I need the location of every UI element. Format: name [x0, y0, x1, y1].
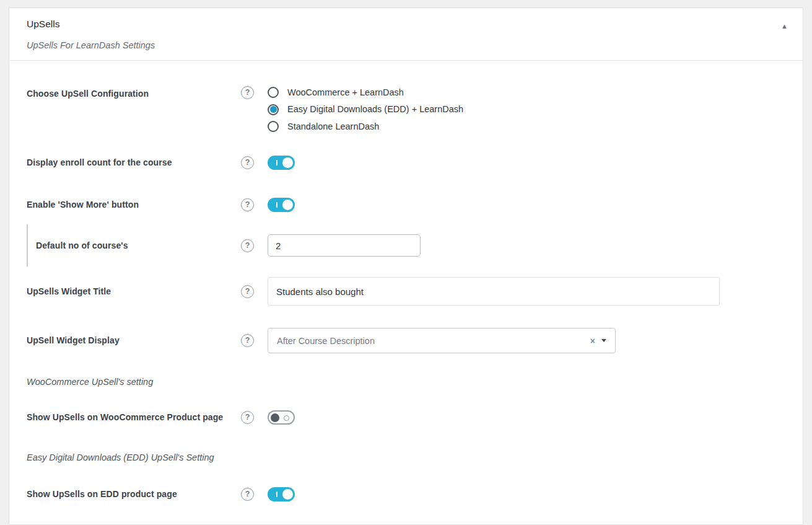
panel-subtitle: UpSells For LearnDash Settings: [27, 40, 785, 60]
collapse-arrow-icon: ▲: [781, 22, 788, 30]
woo-show-label: Show UpSells on WooCommerce Product page: [27, 412, 241, 424]
toggle-knob: [282, 157, 293, 168]
chevron-down-icon[interactable]: [601, 339, 606, 342]
widget-display-select[interactable]: After Course Description ×: [268, 328, 616, 353]
help-icon[interactable]: ?: [241, 334, 254, 347]
setting-row-edd-show: Show UpSells on EDD product page ?: [27, 487, 785, 501]
panel-title: UpSells: [27, 19, 785, 30]
config-radio-group: WooCommerce + LearnDash Easy Digital Dow…: [268, 86, 463, 133]
show-more-toggle[interactable]: [268, 198, 295, 212]
radio-option-edd-learndash[interactable]: Easy Digital Downloads (EDD) + LearnDash: [268, 102, 463, 116]
toggle-knob: [282, 489, 293, 500]
help-icon[interactable]: ?: [241, 156, 254, 169]
radio-option-label: Standalone LearnDash: [287, 120, 379, 133]
clear-selection-icon[interactable]: ×: [590, 337, 595, 345]
help-icon[interactable]: ?: [241, 285, 254, 298]
widget-display-selected-value: After Course Description: [277, 336, 590, 346]
help-icon[interactable]: ?: [241, 198, 254, 211]
config-label: Choose UpSell Configuration: [27, 86, 241, 100]
help-icon[interactable]: ?: [241, 239, 254, 252]
panel-body: Choose UpSell Configuration ? WooCommerc…: [9, 61, 803, 520]
widget-title-input[interactable]: [268, 277, 720, 306]
edd-show-toggle[interactable]: [268, 487, 295, 501]
toggle-knob: [271, 413, 279, 422]
radio-icon[interactable]: [268, 121, 279, 132]
toggle-knob: [282, 200, 293, 210]
collapse-panel-button[interactable]: ▲: [781, 23, 788, 30]
setting-row-config: Choose UpSell Configuration ? WooCommerc…: [27, 86, 785, 133]
enroll-count-label: Display enroll count for the course: [27, 157, 241, 169]
radio-icon[interactable]: [268, 87, 279, 98]
setting-row-default-courses: Default no of course's ?: [36, 234, 785, 257]
setting-row-widget-display: UpSell Widget Display ? After Course Des…: [27, 328, 785, 353]
radio-option-woocommerce-learndash[interactable]: WooCommerce + LearnDash: [268, 86, 463, 99]
widget-title-label: UpSells Widget Title: [27, 286, 241, 298]
woocommerce-section-heading: WooCommerce UpSell's setting: [27, 377, 785, 387]
setting-row-show-more: Enable 'Show More' button ?: [27, 198, 785, 212]
help-icon[interactable]: ?: [241, 411, 254, 424]
radio-option-label: Easy Digital Downloads (EDD) + LearnDash: [287, 102, 463, 116]
radio-icon-selected[interactable]: [268, 104, 279, 115]
upsells-settings-panel: UpSells ▲ UpSells For LearnDash Settings…: [9, 7, 803, 525]
radio-option-label: WooCommerce + LearnDash: [287, 86, 404, 99]
help-icon[interactable]: ?: [241, 488, 254, 501]
setting-row-enroll-count: Display enroll count for the course ?: [27, 156, 785, 170]
setting-row-widget-title: UpSells Widget Title ?: [27, 277, 785, 306]
enroll-count-toggle[interactable]: [268, 156, 295, 170]
sub-setting-group: Default no of course's ?: [27, 224, 785, 267]
edd-show-label: Show UpSells on EDD product page: [27, 488, 241, 501]
edd-section-heading: Easy Digital Downloads (EDD) UpSell's Se…: [27, 452, 785, 462]
default-courses-label: Default no of course's: [36, 240, 241, 252]
default-courses-input[interactable]: [268, 234, 421, 257]
toggle-off-ring: [284, 415, 289, 421]
show-more-label: Enable 'Show More' button: [27, 199, 241, 211]
help-icon[interactable]: ?: [241, 86, 254, 99]
radio-option-standalone-learndash[interactable]: Standalone LearnDash: [268, 120, 463, 133]
woo-show-toggle[interactable]: [268, 410, 295, 425]
setting-row-woo-show: Show UpSells on WooCommerce Product page…: [27, 410, 785, 425]
widget-display-label: UpSell Widget Display: [27, 335, 241, 347]
panel-header: UpSells ▲ UpSells For LearnDash Settings: [9, 8, 803, 60]
